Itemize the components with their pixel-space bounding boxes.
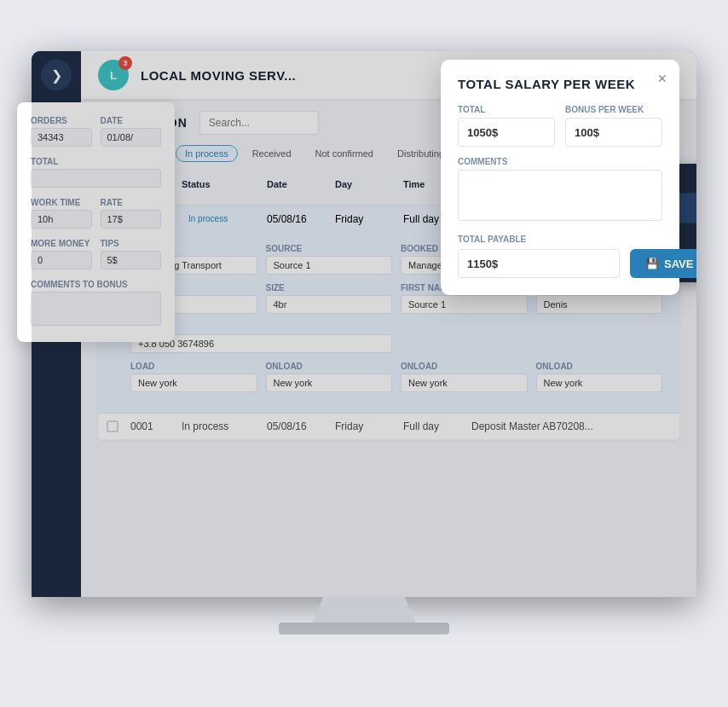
modal-title: TOTAL SALARY PER WEEK — [458, 77, 662, 91]
save-icon: 💾 — [645, 258, 659, 270]
comments-label: COMMENTS — [458, 157, 662, 166]
comments-textarea[interactable] — [458, 170, 662, 221]
modal-comments-field: COMMENTS — [458, 157, 662, 224]
monitor-stand — [313, 597, 415, 623]
modal-overlay: TOTAL SALARY PER WEEK ✕ TOTAL BONUS PER … — [32, 51, 696, 597]
total-input[interactable] — [458, 118, 555, 147]
bonus-input[interactable] — [565, 118, 662, 147]
save-label: SAVE — [664, 258, 693, 270]
bonus-label: BONUS PER WEEK — [565, 105, 662, 114]
modal-close-button[interactable]: ✕ — [657, 72, 667, 85]
save-button[interactable]: 💾 SAVE — [630, 249, 696, 278]
modal-total-row: 💾 SAVE — [458, 249, 662, 278]
total-payable-label: TOTAL PAYABLE — [458, 235, 662, 244]
modal-bonus-field: BONUS PER WEEK — [565, 105, 662, 147]
total-payable-input[interactable] — [458, 249, 620, 278]
monitor-screen: ❯ ⊞ 📋 📊 👥 ⚙ ⚙ — [32, 51, 696, 597]
monitor-base — [279, 623, 449, 635]
total-label: TOTAL — [458, 105, 555, 114]
modal-top-row: TOTAL BONUS PER WEEK — [458, 105, 662, 147]
salary-modal: TOTAL SALARY PER WEEK ✕ TOTAL BONUS PER … — [441, 60, 679, 295]
modal-total-field: TOTAL — [458, 105, 555, 147]
monitor: ❯ ⊞ 📋 📊 👥 ⚙ ⚙ — [0, 51, 728, 707]
screen-inner: ❯ ⊞ 📋 📊 👥 ⚙ ⚙ — [32, 51, 696, 597]
